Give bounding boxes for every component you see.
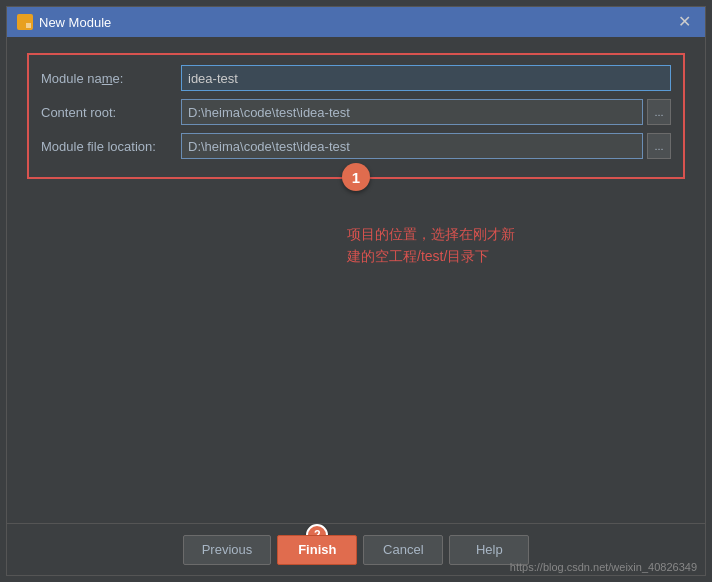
title-bar-left: New Module: [17, 14, 111, 30]
new-module-dialog: New Module ✕ Module name: Content root: …: [6, 6, 706, 576]
annotation-line1: 项目的位置，选择在刚才新: [347, 223, 685, 245]
dialog-title: New Module: [39, 15, 111, 30]
module-file-input-wrapper: ...: [181, 133, 671, 159]
module-file-input[interactable]: [181, 133, 643, 159]
finish-btn-wrapper: 2 Finish: [277, 535, 357, 565]
content-root-browse-button[interactable]: ...: [647, 99, 671, 125]
title-bar: New Module ✕: [7, 7, 705, 37]
dialog-footer: Previous 2 Finish Cancel Help https://bl…: [7, 523, 705, 575]
module-file-browse-button[interactable]: ...: [647, 133, 671, 159]
close-button[interactable]: ✕: [674, 12, 695, 32]
annotation-line2: 建的空工程/test/目录下: [347, 245, 685, 267]
help-button[interactable]: Help: [449, 535, 529, 565]
cancel-button[interactable]: Cancel: [363, 535, 443, 565]
module-file-label: Module file location:: [41, 139, 181, 154]
module-file-row: Module file location: ...: [41, 133, 671, 159]
content-root-row: Content root: ...: [41, 99, 671, 125]
svg-rect-0: [19, 16, 24, 21]
content-root-label: Content root:: [41, 105, 181, 120]
step-badge-1: 1: [342, 163, 370, 191]
content-root-input[interactable]: [181, 99, 643, 125]
annotation-block: 项目的位置，选择在刚才新 建的空工程/test/目录下: [347, 223, 685, 268]
module-icon: [17, 14, 33, 30]
form-section: Module name: Content root: ... Module fi…: [27, 53, 685, 179]
module-name-input-wrapper: [181, 65, 671, 91]
dialog-content: Module name: Content root: ... Module fi…: [7, 37, 705, 523]
module-name-underline: m: [102, 71, 113, 86]
module-name-row: Module name:: [41, 65, 671, 91]
svg-rect-2: [19, 23, 24, 28]
module-name-label: Module name:: [41, 71, 181, 86]
module-name-input[interactable]: [181, 65, 671, 91]
content-root-input-wrapper: ...: [181, 99, 671, 125]
svg-rect-3: [26, 23, 31, 28]
svg-rect-1: [26, 16, 31, 21]
watermark: https://blog.csdn.net/weixin_40826349: [510, 561, 697, 573]
finish-button[interactable]: Finish: [277, 535, 357, 565]
previous-button[interactable]: Previous: [183, 535, 272, 565]
